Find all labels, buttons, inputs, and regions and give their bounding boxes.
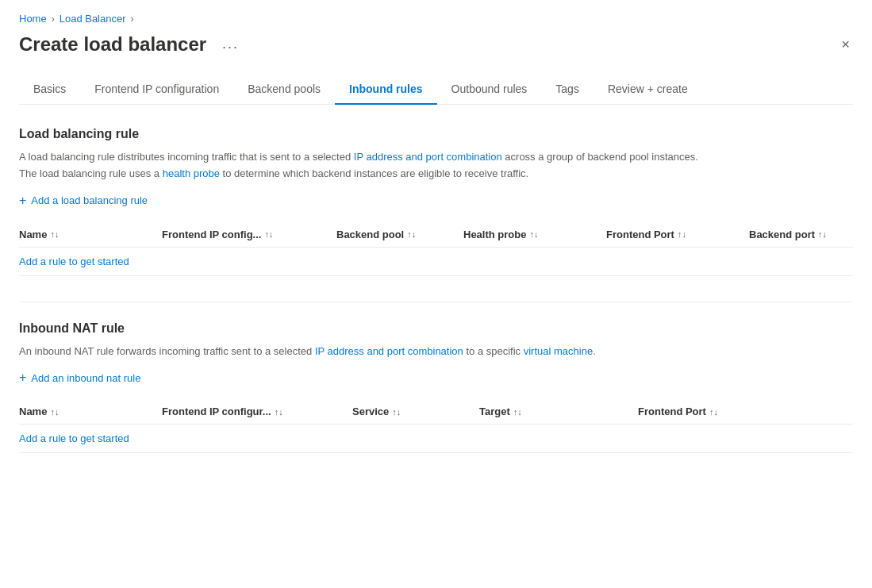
nat-col-frontend-port-label: Frontend Port <box>638 405 706 417</box>
nat-empty-row[interactable]: Add a rule to get started <box>19 425 853 453</box>
lb-col-backend-port-sort[interactable]: ↑↓ <box>818 229 827 239</box>
close-button[interactable]: × <box>838 34 853 55</box>
lb-col-name: Name ↑↓ <box>19 229 162 240</box>
lb-col-frontend-ip: Frontend IP config... ↑↓ <box>162 229 336 240</box>
lb-col-frontend-port: Frontend Port ↑↓ <box>606 229 749 240</box>
nat-col-frontend-port-sort[interactable]: ↑↓ <box>709 407 718 417</box>
nat-col-name: Name ↑↓ <box>19 405 162 417</box>
add-lb-rule-label: Add a load balancing rule <box>31 194 148 206</box>
add-lb-rule-button[interactable]: + Add a load balancing rule <box>19 194 148 208</box>
lb-col-name-sort[interactable]: ↑↓ <box>50 229 59 239</box>
inbound-nat-section: Inbound NAT rule An inbound NAT rule for… <box>19 321 853 454</box>
lb-table-header: Name ↑↓ Frontend IP config... ↑↓ Backend… <box>19 222 853 248</box>
nat-col-target-label: Target <box>479 405 510 417</box>
tab-inbound-rules[interactable]: Inbound rules <box>335 75 437 105</box>
lb-col-frontend-port-label: Frontend Port <box>606 229 674 240</box>
breadcrumb-sep-2: › <box>131 13 134 25</box>
add-nat-plus-icon: + <box>19 371 26 385</box>
lb-col-frontend-port-sort[interactable]: ↑↓ <box>678 229 686 239</box>
nat-rule-section-title: Inbound NAT rule <box>19 321 853 336</box>
add-lb-plus-icon: + <box>19 194 26 208</box>
tab-review-create[interactable]: Review + create <box>593 75 702 105</box>
lb-col-health-probe-sort[interactable]: ↑↓ <box>529 229 538 239</box>
tab-basics[interactable]: Basics <box>19 75 80 105</box>
lb-col-backend-port-label: Backend port <box>749 229 815 240</box>
add-nat-rule-button[interactable]: + Add an inbound nat rule <box>19 371 140 385</box>
lb-col-frontend-ip-sort[interactable]: ↑↓ <box>264 229 273 239</box>
lb-col-backend-pool: Backend pool ↑↓ <box>336 229 463 240</box>
lb-col-backend-pool-label: Backend pool <box>336 229 404 240</box>
tab-backend-pools[interactable]: Backend pools <box>233 75 335 105</box>
nat-col-frontend-ip: Frontend IP configur... ↑↓ <box>162 405 352 417</box>
lb-col-backend-port: Backend port ↑↓ <box>749 229 872 240</box>
breadcrumb-home[interactable]: Home <box>19 13 47 25</box>
lb-rule-section-title: Load balancing rule <box>19 127 853 141</box>
lb-col-health-probe: Health probe ↑↓ <box>463 229 606 240</box>
breadcrumb-sep-1: › <box>52 13 55 25</box>
nat-col-target-sort[interactable]: ↑↓ <box>513 407 522 417</box>
load-balancing-section: Load balancing rule A load balancing rul… <box>19 127 853 276</box>
nat-col-service: Service ↑↓ <box>352 405 479 417</box>
lb-col-backend-pool-sort[interactable]: ↑↓ <box>407 229 416 239</box>
lb-col-name-label: Name <box>19 229 47 240</box>
nat-col-target: Target ↑↓ <box>479 405 638 417</box>
lb-col-health-probe-label: Health probe <box>463 229 526 240</box>
nat-col-name-sort[interactable]: ↑↓ <box>50 407 59 417</box>
page-header: Create load balancer ... × <box>19 33 853 56</box>
tab-outbound-rules[interactable]: Outbound rules <box>437 75 542 105</box>
section-divider <box>19 302 853 302</box>
breadcrumb: Home › Load Balancer › <box>19 13 853 25</box>
ellipsis-button[interactable]: ... <box>216 33 245 56</box>
nat-col-frontend-port: Frontend Port ↑↓ <box>638 405 797 417</box>
tab-tags[interactable]: Tags <box>541 75 593 105</box>
page-title-row: Create load balancer ... <box>19 33 245 56</box>
tab-frontend-ip[interactable]: Frontend IP configuration <box>80 75 233 105</box>
lb-rule-description: A load balancing rule distributes incomi… <box>19 149 852 183</box>
nat-col-frontend-ip-label: Frontend IP configur... <box>162 405 271 417</box>
page-title: Create load balancer <box>19 33 206 56</box>
nat-col-frontend-ip-sort[interactable]: ↑↓ <box>275 407 283 417</box>
nat-rule-table: Name ↑↓ Frontend IP configur... ↑↓ Servi… <box>19 399 853 453</box>
lb-rule-table: Name ↑↓ Frontend IP config... ↑↓ Backend… <box>19 222 853 276</box>
lb-empty-row[interactable]: Add a rule to get started <box>19 248 853 276</box>
lb-col-frontend-ip-label: Frontend IP config... <box>162 229 261 240</box>
nat-col-service-label: Service <box>352 405 389 417</box>
breadcrumb-load-balancer[interactable]: Load Balancer <box>60 13 126 25</box>
page-container: Home › Load Balancer › Create load balan… <box>0 0 872 588</box>
add-nat-rule-label: Add an inbound nat rule <box>31 372 140 384</box>
nat-rule-description: An inbound NAT rule forwards incoming tr… <box>19 344 852 360</box>
nat-col-service-sort[interactable]: ↑↓ <box>392 407 401 417</box>
nat-col-name-label: Name <box>19 405 47 417</box>
nat-table-header: Name ↑↓ Frontend IP configur... ↑↓ Servi… <box>19 399 853 425</box>
tabs-container: Basics Frontend IP configuration Backend… <box>19 75 853 105</box>
